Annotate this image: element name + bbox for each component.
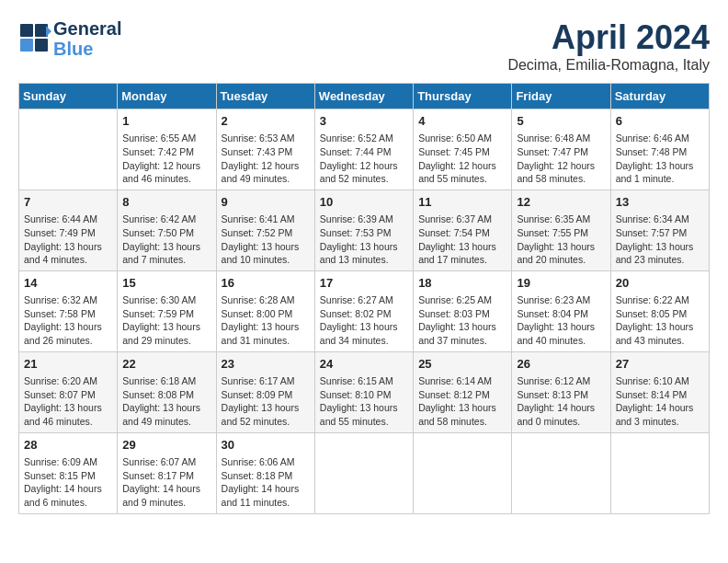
day-info: Sunrise: 6:09 AM Sunset: 8:15 PM Dayligh… (24, 455, 112, 510)
calendar-cell: 15Sunrise: 6:30 AM Sunset: 7:59 PM Dayli… (118, 270, 216, 351)
day-number: 14 (24, 275, 112, 292)
calendar-cell: 20Sunrise: 6:22 AM Sunset: 8:05 PM Dayli… (610, 270, 709, 351)
logo: GeneralBlue (18, 18, 121, 59)
calendar-week-row: 1Sunrise: 6:55 AM Sunset: 7:42 PM Daylig… (19, 109, 710, 190)
calendar-cell: 1Sunrise: 6:55 AM Sunset: 7:42 PM Daylig… (118, 109, 216, 190)
day-info: Sunrise: 6:37 AM Sunset: 7:54 PM Dayligh… (418, 213, 506, 267)
weekday-header-saturday: Saturday (610, 84, 709, 109)
calendar-cell: 3Sunrise: 6:52 AM Sunset: 7:44 PM Daylig… (314, 109, 413, 190)
calendar-cell: 25Sunrise: 6:14 AM Sunset: 8:12 PM Dayli… (414, 351, 512, 432)
day-info: Sunrise: 6:46 AM Sunset: 7:48 PM Dayligh… (616, 132, 704, 186)
day-number: 4 (418, 113, 506, 130)
calendar-cell: 23Sunrise: 6:17 AM Sunset: 8:09 PM Dayli… (216, 351, 314, 432)
calendar-cell (610, 432, 709, 513)
calendar-cell (314, 432, 413, 513)
day-info: Sunrise: 6:50 AM Sunset: 7:45 PM Dayligh… (418, 132, 506, 186)
calendar-cell: 24Sunrise: 6:15 AM Sunset: 8:10 PM Dayli… (314, 351, 413, 432)
day-number: 8 (122, 194, 210, 211)
calendar-cell: 9Sunrise: 6:41 AM Sunset: 7:52 PM Daylig… (216, 190, 314, 270)
day-number: 2 (222, 113, 310, 130)
calendar-cell (512, 432, 610, 513)
calendar-cell: 19Sunrise: 6:23 AM Sunset: 8:04 PM Dayli… (512, 270, 610, 351)
day-number: 27 (616, 356, 704, 373)
weekday-header-tuesday: Tuesday (216, 84, 314, 109)
weekday-header-row: SundayMondayTuesdayWednesdayThursdayFrid… (19, 84, 710, 109)
day-number: 10 (320, 194, 408, 211)
day-info: Sunrise: 6:18 AM Sunset: 8:08 PM Dayligh… (122, 374, 210, 429)
calendar-cell: 5Sunrise: 6:48 AM Sunset: 7:47 PM Daylig… (512, 109, 610, 190)
day-number: 19 (517, 275, 605, 292)
calendar-cell: 12Sunrise: 6:35 AM Sunset: 7:55 PM Dayli… (512, 190, 610, 270)
day-number: 16 (222, 275, 310, 292)
calendar-cell (414, 432, 512, 513)
month-year-title: April 2024 (507, 18, 710, 57)
day-number: 20 (616, 275, 704, 292)
weekday-header-wednesday: Wednesday (314, 84, 413, 109)
day-number: 9 (222, 194, 310, 211)
calendar-cell: 10Sunrise: 6:39 AM Sunset: 7:53 PM Dayli… (314, 190, 413, 270)
calendar-cell: 21Sunrise: 6:20 AM Sunset: 8:07 PM Dayli… (19, 351, 118, 432)
day-number: 1 (122, 113, 210, 130)
day-number: 24 (320, 356, 408, 373)
calendar-cell: 17Sunrise: 6:27 AM Sunset: 8:02 PM Dayli… (314, 270, 413, 351)
calendar-cell: 28Sunrise: 6:09 AM Sunset: 8:15 PM Dayli… (19, 432, 118, 513)
day-number: 18 (418, 275, 506, 292)
calendar-cell: 7Sunrise: 6:44 AM Sunset: 7:49 PM Daylig… (19, 190, 118, 270)
day-info: Sunrise: 6:48 AM Sunset: 7:47 PM Dayligh… (517, 132, 605, 186)
day-number: 3 (320, 113, 408, 130)
logo-text: GeneralBlue (53, 18, 121, 59)
day-info: Sunrise: 6:25 AM Sunset: 8:03 PM Dayligh… (418, 293, 506, 348)
day-number: 26 (517, 356, 605, 373)
calendar-cell: 26Sunrise: 6:12 AM Sunset: 8:13 PM Dayli… (512, 351, 610, 432)
svg-rect-3 (35, 39, 48, 52)
day-number: 29 (122, 437, 210, 454)
calendar-cell: 29Sunrise: 6:07 AM Sunset: 8:17 PM Dayli… (118, 432, 216, 513)
day-info: Sunrise: 6:07 AM Sunset: 8:17 PM Dayligh… (122, 455, 210, 510)
day-number: 5 (517, 113, 605, 130)
calendar-cell: 30Sunrise: 6:06 AM Sunset: 8:18 PM Dayli… (216, 432, 314, 513)
day-info: Sunrise: 6:52 AM Sunset: 7:44 PM Dayligh… (320, 132, 408, 186)
calendar-week-row: 14Sunrise: 6:32 AM Sunset: 7:58 PM Dayli… (19, 270, 710, 351)
calendar-cell: 18Sunrise: 6:25 AM Sunset: 8:03 PM Dayli… (414, 270, 512, 351)
day-info: Sunrise: 6:30 AM Sunset: 7:59 PM Dayligh… (122, 293, 210, 348)
page-header: GeneralBlue April 2024 Decima, Emilia-Ro… (18, 18, 710, 74)
weekday-header-friday: Friday (512, 84, 610, 109)
calendar-week-row: 21Sunrise: 6:20 AM Sunset: 8:07 PM Dayli… (19, 351, 710, 432)
day-info: Sunrise: 6:20 AM Sunset: 8:07 PM Dayligh… (24, 374, 112, 429)
svg-marker-4 (46, 26, 51, 37)
day-number: 15 (122, 275, 210, 292)
day-info: Sunrise: 6:06 AM Sunset: 8:18 PM Dayligh… (222, 455, 310, 510)
day-info: Sunrise: 6:32 AM Sunset: 7:58 PM Dayligh… (24, 293, 112, 348)
calendar-table: SundayMondayTuesdayWednesdayThursdayFrid… (18, 83, 710, 514)
calendar-cell: 6Sunrise: 6:46 AM Sunset: 7:48 PM Daylig… (610, 109, 709, 190)
day-info: Sunrise: 6:12 AM Sunset: 8:13 PM Dayligh… (517, 374, 605, 429)
day-info: Sunrise: 6:55 AM Sunset: 7:42 PM Dayligh… (122, 132, 210, 186)
day-number: 23 (222, 356, 310, 373)
calendar-cell (19, 109, 118, 190)
day-info: Sunrise: 6:41 AM Sunset: 7:52 PM Dayligh… (222, 213, 310, 267)
day-number: 13 (616, 194, 704, 211)
day-info: Sunrise: 6:28 AM Sunset: 8:00 PM Dayligh… (222, 293, 310, 348)
day-number: 22 (122, 356, 210, 373)
day-info: Sunrise: 6:27 AM Sunset: 8:02 PM Dayligh… (320, 293, 408, 348)
day-info: Sunrise: 6:34 AM Sunset: 7:57 PM Dayligh… (616, 213, 704, 267)
day-number: 7 (24, 194, 112, 211)
calendar-week-row: 7Sunrise: 6:44 AM Sunset: 7:49 PM Daylig… (19, 190, 710, 270)
day-info: Sunrise: 6:22 AM Sunset: 8:05 PM Dayligh… (616, 293, 704, 348)
calendar-cell: 4Sunrise: 6:50 AM Sunset: 7:45 PM Daylig… (414, 109, 512, 190)
svg-rect-2 (20, 39, 33, 52)
day-number: 30 (222, 437, 310, 454)
day-info: Sunrise: 6:10 AM Sunset: 8:14 PM Dayligh… (616, 374, 704, 429)
day-number: 6 (616, 113, 704, 130)
calendar-week-row: 28Sunrise: 6:09 AM Sunset: 8:15 PM Dayli… (19, 432, 710, 513)
day-info: Sunrise: 6:14 AM Sunset: 8:12 PM Dayligh… (418, 374, 506, 429)
title-area: April 2024 Decima, Emilia-Romagna, Italy (507, 18, 710, 74)
calendar-cell: 11Sunrise: 6:37 AM Sunset: 7:54 PM Dayli… (414, 190, 512, 270)
day-info: Sunrise: 6:23 AM Sunset: 8:04 PM Dayligh… (517, 293, 605, 348)
calendar-cell: 14Sunrise: 6:32 AM Sunset: 7:58 PM Dayli… (19, 270, 118, 351)
calendar-cell: 16Sunrise: 6:28 AM Sunset: 8:00 PM Dayli… (216, 270, 314, 351)
calendar-cell: 22Sunrise: 6:18 AM Sunset: 8:08 PM Dayli… (118, 351, 216, 432)
day-info: Sunrise: 6:35 AM Sunset: 7:55 PM Dayligh… (517, 213, 605, 267)
day-number: 21 (24, 356, 112, 373)
day-info: Sunrise: 6:39 AM Sunset: 7:53 PM Dayligh… (320, 213, 408, 267)
